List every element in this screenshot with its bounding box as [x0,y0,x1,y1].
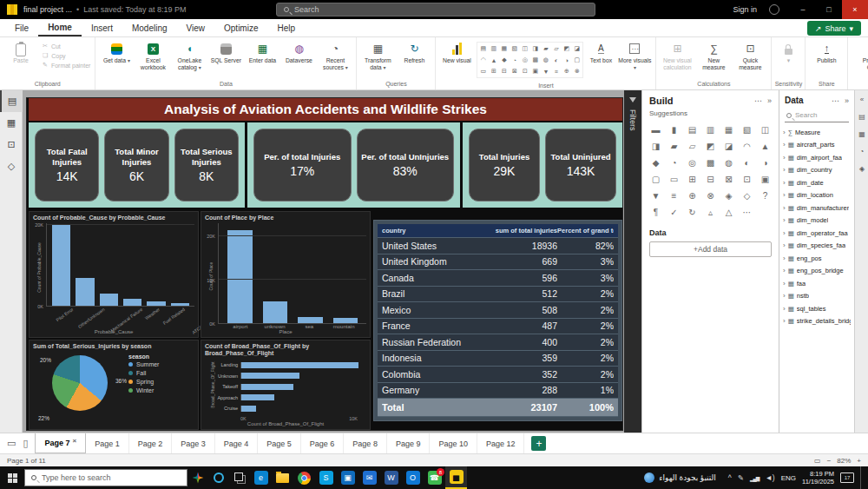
tray-expand-icon[interactable]: ^ [728,473,732,482]
table-header-country[interactable]: country [382,227,495,235]
visual-key-influencers-icon[interactable]: ⊗ [702,188,719,203]
visual-funnel-chart-icon[interactable]: ▲ [757,139,773,154]
page-tab-page-1[interactable]: Page 1 [86,433,129,453]
language-indicator[interactable]: ENG [781,474,796,482]
ribbon-button-new-visual[interactable]: New visual [438,39,475,64]
field-dim-manufacturer[interactable]: ›▦dim_manufacturer [779,202,854,215]
taskbar-app-skype[interactable]: S [315,466,337,489]
pie-chart[interactable] [52,355,108,411]
insert-visual-icon-10[interactable]: ◪ [572,43,582,54]
ribbon-button-publish[interactable]: ↑ Publish [808,39,845,64]
bar-approach[interactable] [241,394,274,400]
bar-unknown[interactable] [263,301,288,323]
mobile-layout-icon[interactable]: ▯ [23,438,28,449]
field-dim-date[interactable]: ›▦dim_date [779,176,854,189]
taskbar-news-widget[interactable]: التنبؤ بجودة الهواء [638,466,722,489]
taskbar-app-chrome[interactable] [293,466,315,489]
ribbon-button-sensitivity[interactable]: ▾ [775,39,801,64]
menu-tab-modeling[interactable]: Modeling [122,19,177,36]
menu-tab-view[interactable]: View [177,19,215,36]
insert-visual-icon-23[interactable]: ⊟ [499,66,509,76]
table-header-sum-of-total-injuries[interactable]: sum of total injuries [495,227,557,235]
insert-visual-icon-27[interactable]: ▼ [541,66,550,76]
visual-gauge-icon[interactable]: ▭ [666,172,682,187]
visual-multi-row-card-icon[interactable]: ⊟ [702,172,719,187]
ribbon-button-excel-workbook[interactable]: XExcel workbook [135,39,171,71]
insert-visual-icon-14[interactable]: ◔ [510,55,519,65]
visual-azure-map-icon[interactable]: ◑ [757,155,773,170]
country-table-visual[interactable]: countrysum of total injuriesPercent of g… [373,220,622,421]
filters-pane-collapsed[interactable]: Filters [624,90,641,433]
titlebar-search-box[interactable]: Search [276,3,595,17]
visual-filled-map-icon[interactable]: ◐ [739,155,755,170]
ribbon-button-copy[interactable]: ❏Copy [43,52,90,59]
insert-visual-icon-8[interactable]: ▱ [551,43,561,54]
kpi-card-total-serious-injuries[interactable]: Total Serious Injuries8K [174,129,239,202]
insert-visual-icon-12[interactable]: ▲ [489,55,498,65]
insert-visual-icon-6[interactable]: ◨ [530,43,540,54]
insert-visual-icon-5[interactable]: ◫ [520,43,529,54]
visual-arcgis-map-icon[interactable]: ↻ [684,205,700,220]
kpi-card-total-fatal-injuries[interactable]: Total Fatal Injuries14K [35,129,99,202]
page-tab-page-4[interactable]: Page 4 [215,433,259,453]
page-tab-page-8[interactable]: Page 8 [344,433,387,453]
ribbon-button-prep-data-for-copilot[interactable]: ◆ Prep data for Copilot AI [851,39,868,71]
field-strike-details-bridge[interactable]: ›▦strike_details_bridge [779,315,854,328]
taskbar-search-box[interactable]: Type here to search [24,469,187,486]
taskbar-clock[interactable]: 8:19 PM 11/19/2025 [802,470,834,486]
taskbar-app-file-explorer[interactable] [272,466,293,489]
menu-tab-file[interactable]: File [5,19,38,36]
visual-treemap-icon[interactable]: ▩ [702,155,719,170]
ribbon-button-transform-data[interactable]: ▦Transform data ▾ [359,39,396,71]
bar-fuel-related[interactable] [147,301,165,306]
visual-slicer-icon[interactable]: ⊡ [739,172,755,187]
visual-clustered-bar-chart-icon[interactable]: ▤ [684,122,700,137]
insert-visual-icon-22[interactable]: ⊞ [489,66,498,76]
page-tab-page-10[interactable]: Page 10 [430,433,477,453]
insert-visual-icon-19[interactable]: ◑ [562,55,571,65]
legend-item-winter[interactable]: Winter [128,387,159,393]
insert-visual-icon-18[interactable]: ◐ [551,55,561,65]
visual-metrics-icon[interactable]: ¶ [648,205,664,220]
kpi-card-per-of-total-injuries[interactable]: Per. of total Injuries17% [253,129,352,202]
insert-visual-icon-7[interactable]: ▰ [541,43,550,54]
visual-pie-chart-icon[interactable]: ◔ [666,155,682,170]
visual-line-chart-icon[interactable]: ◫ [757,122,773,137]
page-tab-page-3[interactable]: Page 3 [172,433,215,453]
ribbon-button-recent-sources[interactable]: ◔Recent sources ▾ [317,39,353,71]
action-center-icon[interactable]: 17 [840,472,854,483]
bar-atc-communication[interactable] [171,303,189,306]
bar-pilot-error[interactable] [52,225,70,306]
ribbon-button-onelake-catalog[interactable]: ◖OneLake catalog ▾ [171,39,207,71]
page-tab-page-5[interactable]: Page 5 [258,433,301,453]
field-dim-country[interactable]: ›▦dim_country [779,164,854,177]
visual-map-icon[interactable]: ◍ [720,155,737,170]
visual-matrix-icon[interactable]: ▼ [648,188,664,203]
ribbon-button-cut[interactable]: ✂Cut [43,43,90,50]
more-options-icon[interactable]: ⋯ [832,96,839,105]
page-tab-page-2[interactable]: Page 2 [129,433,173,453]
ribbon-button-get-data[interactable]: Get data ▾ [98,39,135,64]
insert-visual-icon-15[interactable]: ◎ [520,55,529,65]
field-eng-pos[interactable]: ›▦eng_pos [779,252,854,265]
fields-search-box[interactable]: Search [785,109,849,122]
table-row-united-states[interactable]: United States1893682% [378,238,618,254]
bar-unknown[interactable] [241,373,299,379]
ribbon-button-new-measure[interactable]: ∑New measure [695,39,732,71]
report-view-icon[interactable]: ▤ [0,90,23,112]
ribbon-button-enter-data[interactable]: ▦Enter data [244,39,280,64]
flight-phase-bar-chart-panel[interactable]: Count of Broad_Phase_Of_Flight by Broad_… [201,340,371,430]
kpi-card-per-of-total-uninjuries[interactable]: Per. of total UnInjuries83% [357,129,455,202]
field-eng-pos-bridge[interactable]: ›▦eng_pos_bridge [779,265,854,278]
table-row-russian-federation[interactable]: Russian Federation4002% [378,334,618,351]
ribbon-button-new-visual-calculation[interactable]: ⊞New visual calculation [659,39,695,71]
field-nstb[interactable]: ›▦nstb [779,290,854,303]
pen-icon[interactable]: ✎ [738,473,744,482]
field-dim-location[interactable]: ›▦dim_location [779,189,854,202]
bar-mechanical-failure[interactable] [100,294,118,306]
visual-area-chart-icon[interactable]: ◨ [648,139,664,154]
insert-visual-icon-3[interactable]: ▦ [499,43,509,54]
table-row-indonesia[interactable]: Indonesia3592% [378,351,618,367]
visual-clustered-column-chart-icon[interactable]: ▥ [702,122,719,137]
visual-100-stacked-column-chart-icon[interactable]: ▧ [739,122,755,137]
